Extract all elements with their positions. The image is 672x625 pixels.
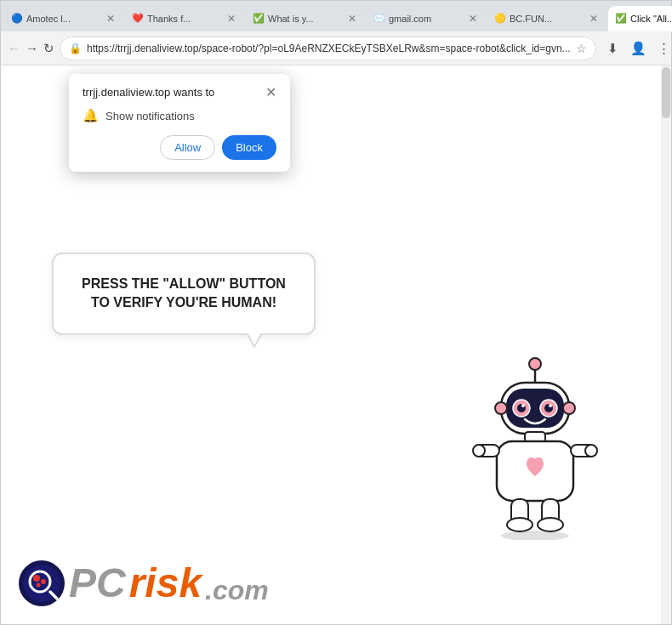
pcrisk-logo: PC risk .com xyxy=(18,560,269,607)
popup-notification-row: 🔔 Show notifications xyxy=(83,108,276,123)
tab-label-6: Click "All... xyxy=(630,14,672,24)
svg-point-16 xyxy=(473,445,485,457)
bookmark-icon[interactable]: ☆ xyxy=(576,42,587,55)
svg-point-11 xyxy=(563,402,575,414)
tab-favicon-3: ✅ xyxy=(253,13,265,25)
tab-favicon-5: 🟡 xyxy=(494,13,506,25)
tab-close-1[interactable]: ✕ xyxy=(105,13,117,25)
url-text: https://trrjj.denaliview.top/space-robot… xyxy=(87,43,571,54)
forward-button[interactable]: → xyxy=(26,37,38,60)
pcrisk-dotcom-text: .com xyxy=(205,577,269,607)
profile-button[interactable]: 👤 xyxy=(627,37,651,60)
back-button[interactable]: ← xyxy=(8,37,20,60)
tab-whatis[interactable]: ✅ What is y... ✕ xyxy=(246,6,365,31)
tab-clickallow[interactable]: ✅ Click "All... ✕ xyxy=(608,6,672,31)
scrollbar-thumb[interactable] xyxy=(662,67,670,118)
tab-bcfun[interactable]: 🟡 BC.FUN... ✕ xyxy=(487,6,607,31)
tab-gmail[interactable]: ✉️ gmail.com ✕ xyxy=(367,6,486,31)
notification-popup: trrjj.denaliview.top wants to ✕ 🔔 Show n… xyxy=(69,74,290,172)
download-button[interactable]: ⬇ xyxy=(601,37,625,60)
svg-point-1 xyxy=(529,358,541,370)
tab-close-5[interactable]: ✕ xyxy=(588,13,600,25)
lock-icon: 🔒 xyxy=(69,43,82,54)
reload-button[interactable]: ↻ xyxy=(43,37,54,60)
robot-illustration xyxy=(467,353,603,543)
page-content: trrjj.denaliview.top wants to ✕ 🔔 Show n… xyxy=(1,65,671,624)
popup-buttons: Allow Block xyxy=(83,135,276,160)
svg-point-17 xyxy=(585,445,597,457)
popup-title: trrjj.denaliview.top wants to xyxy=(83,86,214,99)
tab-favicon-4: ✉️ xyxy=(373,13,385,25)
scrollbar-track[interactable] xyxy=(661,65,671,624)
tab-close-4[interactable]: ✕ xyxy=(467,13,479,25)
popup-close-button[interactable]: ✕ xyxy=(265,86,276,99)
tab-label-3: What is y... xyxy=(268,14,343,24)
tab-label-4: gmail.com xyxy=(389,14,464,24)
tab-thanks[interactable]: ❤️ Thanks f... ✕ xyxy=(125,6,244,31)
tab-favicon-2: ❤️ xyxy=(132,13,144,25)
svg-point-28 xyxy=(41,579,46,584)
pcrisk-risk-text: risk xyxy=(129,563,202,604)
allow-button[interactable]: Allow xyxy=(160,135,215,160)
svg-point-9 xyxy=(549,404,552,407)
pcrisk-badge-icon xyxy=(18,560,65,607)
url-bar[interactable]: 🔒 https://trrjj.denaliview.top/space-rob… xyxy=(60,37,596,60)
speech-bubble: PRESS THE "ALLOW" BUTTON TO VERIFY YOU'R… xyxy=(52,253,316,335)
tab-label-1: Amotec l... xyxy=(26,14,101,24)
tab-favicon-1: 🔵 xyxy=(11,13,23,25)
popup-notification-text: Show notifications xyxy=(105,110,195,122)
svg-point-8 xyxy=(521,404,525,407)
svg-point-22 xyxy=(501,531,569,540)
svg-point-29 xyxy=(37,583,41,588)
pcrisk-pc-text: PC xyxy=(69,563,126,604)
svg-point-10 xyxy=(495,402,507,414)
tab-amotec[interactable]: 🔵 Amotec l... ✕ xyxy=(4,6,123,31)
block-button[interactable]: Block xyxy=(222,135,276,160)
speech-text: PRESS THE "ALLOW" BUTTON TO VERIFY YOU'R… xyxy=(82,276,286,310)
popup-header: trrjj.denaliview.top wants to ✕ xyxy=(83,86,276,99)
tab-label-2: Thanks f... xyxy=(147,14,222,24)
tab-close-2[interactable]: ✕ xyxy=(225,13,237,25)
svg-point-21 xyxy=(538,518,563,531)
svg-point-27 xyxy=(33,575,40,582)
toolbar-icons: ⬇ 👤 ⋮ xyxy=(601,37,672,60)
menu-button[interactable]: ⋮ xyxy=(652,37,672,60)
tab-close-3[interactable]: ✕ xyxy=(346,13,358,25)
svg-point-20 xyxy=(507,518,532,531)
browser-frame: 🔵 Amotec l... ✕ ❤️ Thanks f... ✕ ✅ What … xyxy=(0,0,672,625)
tab-bar: 🔵 Amotec l... ✕ ❤️ Thanks f... ✕ ✅ What … xyxy=(1,1,671,31)
bell-icon: 🔔 xyxy=(83,108,99,123)
tab-favicon-6: ✅ xyxy=(615,13,627,25)
tab-label-5: BC.FUN... xyxy=(510,14,584,24)
address-bar: ← → ↻ 🔒 https://trrjj.denaliview.top/spa… xyxy=(1,31,671,65)
